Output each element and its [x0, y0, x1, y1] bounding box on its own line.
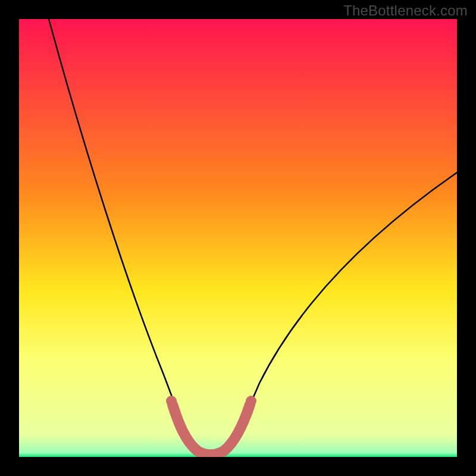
chart-svg — [19, 19, 457, 457]
gradient-background — [19, 19, 457, 457]
svg-point-1 — [170, 406, 180, 417]
svg-point-0 — [166, 396, 177, 406]
watermark-text: TheBottleneck.com — [343, 2, 468, 19]
svg-point-2 — [246, 396, 256, 406]
chart-plot-area — [19, 19, 457, 457]
svg-point-3 — [242, 406, 253, 417]
